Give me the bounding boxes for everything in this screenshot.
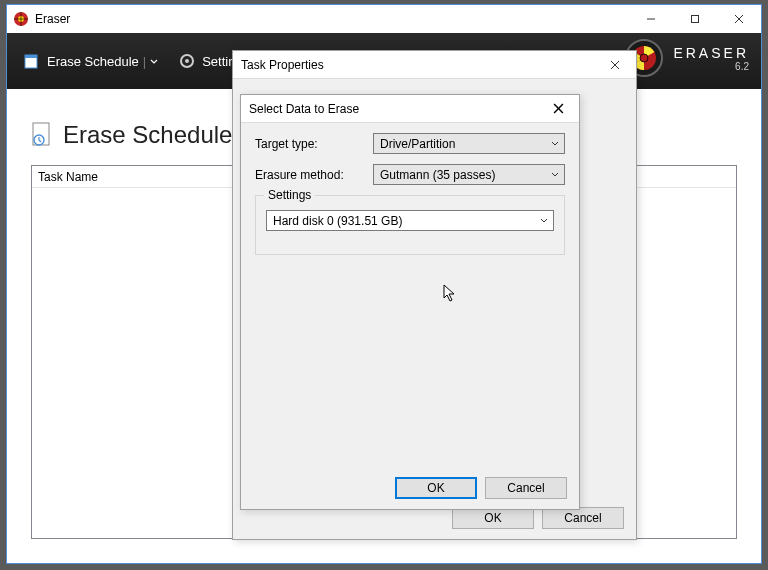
- select-data-dialog: Select Data to Erase Target type: Drive/…: [240, 94, 580, 510]
- page-icon: [31, 122, 53, 148]
- data-dialog-title: Select Data to Erase: [249, 102, 545, 116]
- erasure-method-value: Gutmann (35 passes): [380, 168, 495, 182]
- gear-icon: [178, 52, 196, 70]
- drive-value: Hard disk 0 (931.51 GB): [273, 214, 402, 228]
- task-dialog-buttons: OK Cancel: [452, 507, 624, 529]
- window-title: Eraser: [35, 12, 629, 26]
- column-task-name[interactable]: Task Name: [38, 170, 98, 184]
- chevron-down-icon: [550, 138, 560, 152]
- maximize-button[interactable]: [673, 5, 717, 33]
- page-title-text: Erase Schedule: [63, 121, 232, 149]
- erase-schedule-label: Erase Schedule: [47, 54, 139, 69]
- chevron-down-icon: [550, 169, 560, 183]
- erasure-method-row: Erasure method: Gutmann (35 passes): [255, 164, 565, 185]
- schedule-icon: [23, 52, 41, 70]
- svg-rect-3: [692, 16, 699, 23]
- settings-fieldset: Settings Hard disk 0 (931.51 GB): [255, 195, 565, 255]
- target-type-label: Target type:: [255, 137, 373, 151]
- erasure-method-select[interactable]: Gutmann (35 passes): [373, 164, 565, 185]
- separator-icon: |: [143, 54, 146, 69]
- data-dialog-body: Target type: Drive/Partition Erasure met…: [241, 123, 579, 265]
- app-icon: [13, 11, 29, 27]
- brand-name: ERASER: [673, 45, 749, 61]
- erase-schedule-menu[interactable]: Erase Schedule |: [17, 48, 164, 74]
- erasure-method-label: Erasure method:: [255, 168, 373, 182]
- close-button[interactable]: [717, 5, 761, 33]
- window-controls: [629, 5, 761, 33]
- chevron-down-icon: [539, 215, 549, 229]
- task-cancel-button[interactable]: Cancel: [542, 507, 624, 529]
- drive-select[interactable]: Hard disk 0 (931.51 GB): [266, 210, 554, 231]
- target-type-row: Target type: Drive/Partition: [255, 133, 565, 154]
- close-icon: [553, 103, 564, 114]
- data-ok-button[interactable]: OK: [395, 477, 477, 499]
- task-dialog-close-button[interactable]: [602, 55, 628, 75]
- close-icon: [610, 60, 620, 70]
- task-dialog-titlebar: Task Properties: [233, 51, 636, 79]
- target-type-value: Drive/Partition: [380, 137, 455, 151]
- brand-logo: ERASER 6.2: [623, 37, 749, 79]
- chevron-down-icon[interactable]: [150, 54, 158, 69]
- data-dialog-buttons: OK Cancel: [395, 477, 567, 499]
- minimize-button[interactable]: [629, 5, 673, 33]
- titlebar: Eraser: [7, 5, 761, 33]
- brand-version: 6.2: [673, 61, 749, 72]
- target-type-select[interactable]: Drive/Partition: [373, 133, 565, 154]
- svg-point-9: [185, 59, 189, 63]
- task-ok-button[interactable]: OK: [452, 507, 534, 529]
- svg-point-12: [640, 54, 648, 62]
- task-dialog-title: Task Properties: [241, 58, 602, 72]
- data-dialog-close-button[interactable]: [545, 99, 571, 119]
- data-dialog-titlebar: Select Data to Erase: [241, 95, 579, 123]
- svg-rect-7: [25, 55, 37, 58]
- data-cancel-button[interactable]: Cancel: [485, 477, 567, 499]
- settings-legend: Settings: [264, 188, 315, 202]
